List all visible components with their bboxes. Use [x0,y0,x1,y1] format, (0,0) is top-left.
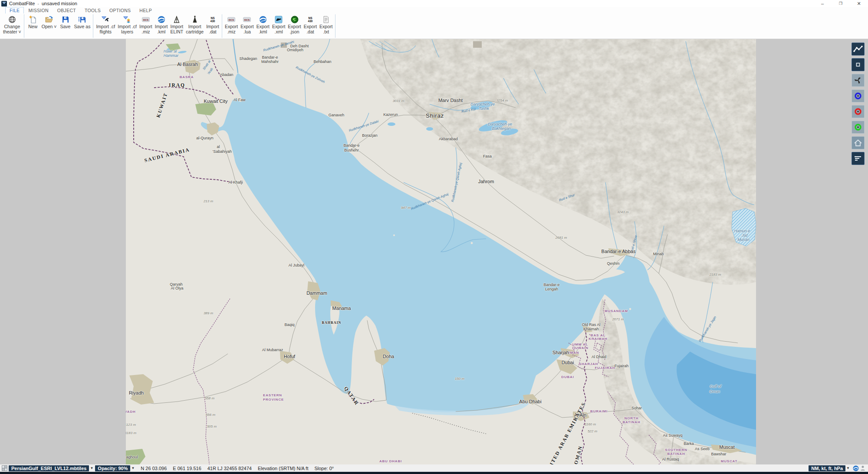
menu-mission[interactable]: MISSION [24,7,53,13]
dcs-icon: DCS [227,15,236,24]
export-lua-button-label: Export [240,24,253,29]
window-bottom-edge [0,472,868,474]
app-logo-icon [1,1,7,7]
open-folder-icon [45,15,53,24]
export-dat-button[interactable]: NS430Export.dat [302,13,318,39]
new-button[interactable]: New [26,13,40,39]
save-icon [61,15,70,24]
cf-flag-jet-icon [101,15,110,24]
import-cf-flights-button-label: flights [100,29,112,34]
new-page-icon [29,15,37,24]
export-miz-button-label: .miz [227,29,235,34]
window-title: CombatFlite - unsaved mission [9,1,77,6]
dcs-icon: DCS [243,15,251,24]
ns430-icon: NS430 [306,15,315,24]
ribbon-toolbar: Changetheater ˅NewOpen ˅SaveSave asImpor… [0,13,868,39]
save-as-button[interactable]: Save as [73,13,92,39]
map-source-selector[interactable]: PersianGulf_ESRI_LVL12.mbtiles [9,465,89,471]
svg-text:430: 430 [210,20,215,23]
map-viewport[interactable]: Al BasrahBASRAHawr alHammarShatt al'Arab… [126,39,756,464]
save-button[interactable]: Save [58,13,73,39]
import-cartridge-button-label: cartridge [186,29,204,34]
toolbar-group-separator [335,14,335,38]
open-button[interactable]: Open ˅ [40,13,58,39]
export-json-button-label: Export [288,24,301,29]
elint-antenna-icon [172,15,181,24]
import-elint-button-label: Import [171,24,184,29]
status-segment: N 26 03.096 [141,466,167,471]
import-cartridge-button[interactable]: Importcartridge [184,13,205,39]
menu-options[interactable]: OPTIONS [105,7,135,13]
export-xml-button-label: .xml [275,29,283,34]
menu-file[interactable]: FILE [5,7,24,14]
toolbar-group-separator [24,14,24,38]
export-dat-button-label: .dat [306,29,314,34]
export-txt-button[interactable]: Export.txt [318,13,334,39]
import-dat-button[interactable]: NS430Import.dat [205,13,220,39]
minimize-button[interactable]: – [813,0,832,7]
change-theater-button[interactable]: Changetheater ˅ [2,13,23,39]
svg-text:DCS: DCS [229,19,234,21]
units-caret-icon[interactable]: ▼ [846,466,850,470]
export-kml-button-label: Export [256,24,270,29]
menu-bar: FILEMISSIONOBJECTTOOLSOPTIONSHELP [0,7,868,13]
import-miz-button-label: Import [139,24,152,29]
svg-text:DCS: DCS [143,19,149,21]
bullseye-green-button[interactable] [852,121,865,134]
opacity-selector[interactable]: Opacity: 90% [95,465,130,471]
export-json-button[interactable]: Export.json [286,13,302,39]
opacity-caret-icon[interactable]: ▼ [131,466,135,470]
export-kml-button[interactable]: Export.kml [255,13,271,39]
status-segment: 41R LJ 32455 82474 [207,466,252,471]
export-lua-button-label: .lua [243,29,251,34]
google-earth-icon [259,15,267,24]
units-selector[interactable]: NM, kt, ft, hPa [809,465,845,471]
map-source-caret-icon[interactable]: ▼ [90,466,93,470]
map-side-toolbar [852,43,865,165]
change-theater-button-label: Change [4,24,20,29]
square-icon [853,59,863,70]
map-tiles-icon [2,465,7,471]
import-cf-layers-button[interactable]: Import .cflayers [116,13,138,39]
menu-tools[interactable]: TOOLS [80,7,105,13]
bullseye-blue-button[interactable] [852,89,865,102]
export-lua-button[interactable]: DCSExport.lua [239,13,255,39]
import-elint-button[interactable]: ImportELINT [169,13,185,39]
import-miz-button[interactable]: DCSImport.miz [138,13,154,39]
export-kml-button-label: .kml [259,29,267,34]
title-bar[interactable]: CombatFlite - unsaved mission – ❐ ✕ [0,0,868,7]
user-status-icon[interactable] [860,465,865,471]
toolbar-group-separator [222,14,222,38]
export-txt-button-label: Export [319,24,332,29]
export-miz-button-label: Export [225,24,238,29]
notes-tool-button[interactable] [852,152,865,165]
google-earth-status-icon[interactable] [853,465,859,471]
new-button-label: New [28,24,37,29]
cf-flag-layers-icon [123,15,132,24]
import-cf-flights-button[interactable]: Import .cfflights [95,13,116,39]
import-kml-button-label: .kml [157,29,165,34]
close-button[interactable]: ✕ [850,0,868,7]
bullseye-red-button[interactable] [852,105,865,118]
menu-object[interactable]: OBJECT [53,7,80,13]
export-miz-button[interactable]: DCSExport.miz [224,13,239,39]
toolbar-group-separator [93,14,93,38]
import-kml-button[interactable]: Import.kml [154,13,169,39]
shape-tool-button[interactable] [852,58,865,71]
export-xml-button[interactable]: Export.xml [271,13,286,39]
route-tool-button[interactable] [852,43,865,56]
falcon-icon [274,15,283,24]
export-dat-button-label: Export [304,24,317,29]
bullseye-blue-icon [853,91,863,101]
import-cf-layers-button-label: layers [121,29,133,34]
import-elint-button-label: ELINT [171,29,184,34]
route-icon [853,44,863,54]
import-miz-button-label: .miz [141,29,150,34]
propeller-icon [853,75,863,86]
home-view-button[interactable] [852,136,865,149]
menu-help[interactable]: HELP [135,7,156,13]
restore-button[interactable]: ❐ [832,0,850,7]
rotary-tool-button[interactable] [852,74,865,87]
save-as-button-label: Save as [74,24,91,29]
status-segment: Slope: 0° [314,466,334,471]
